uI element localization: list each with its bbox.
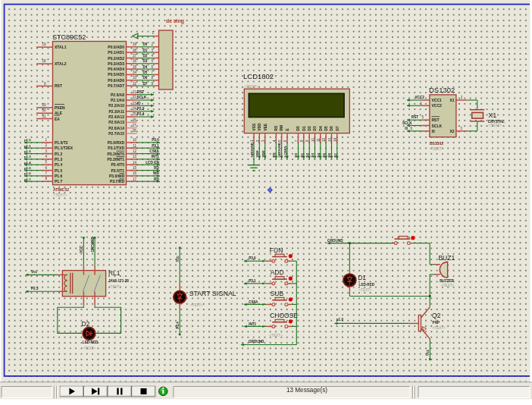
svg-text:5: 5 — [422, 115, 424, 119]
svg-text:D7: D7 — [333, 152, 337, 157]
svg-text:FUN: FUN — [270, 246, 283, 254]
svg-text:X1: X1 — [488, 111, 496, 119]
svg-text:D0: D0 — [143, 42, 148, 46]
svg-text:P3.1/TXD: P3.1/TXD — [108, 146, 124, 150]
svg-text:36: 36 — [133, 59, 137, 63]
svg-text:P3.7/RD: P3.7/RD — [110, 179, 124, 184]
svg-text:SCLK: SCLK — [432, 124, 443, 128]
svg-text:SUB: SUB — [271, 290, 284, 297]
svg-text:D4: D4 — [143, 65, 148, 69]
svg-text:6: 6 — [45, 166, 47, 170]
svg-text:VEE: VEE — [264, 123, 268, 130]
svg-text:26: 26 — [132, 118, 136, 122]
svg-text:<TEXT>: <TEXT> — [190, 303, 203, 307]
svg-text:<TEXT>: <TEXT> — [441, 284, 454, 287]
svg-text:p1.5: p1.5 — [24, 166, 31, 170]
svg-text:p1.4: p1.4 — [24, 161, 31, 165]
svg-text:PNP: PNP — [433, 321, 440, 325]
svg-text:I0: I0 — [405, 127, 408, 130]
svg-text:P0.3/AD3: P0.3/AD3 — [108, 61, 124, 66]
svg-text:P2.3/A11: P2.3/A11 — [108, 109, 124, 114]
svg-text:D2: D2 — [308, 126, 311, 130]
svg-text:38: 38 — [133, 49, 137, 52]
svg-text:P0.0/AD0: P0.0/AD0 — [108, 45, 124, 49]
svg-text:28: 28 — [132, 129, 136, 133]
svg-text:GROUND: GROUND — [249, 340, 264, 344]
svg-text:27: 27 — [132, 124, 136, 127]
svg-text:GROUND: GROUND — [250, 143, 254, 158]
svg-text:P3.1: P3.1 — [249, 279, 256, 283]
svg-text:P3.3/INT1: P3.3/INT1 — [107, 157, 124, 162]
svg-text:31: 31 — [42, 115, 46, 118]
svg-text:p1.0: p1.0 — [336, 318, 344, 322]
svg-text:2: 2 — [45, 143, 47, 147]
svg-text:<TEXT>: <TEXT> — [489, 124, 502, 127]
svg-text:P3.6/WR: P3.6/WR — [109, 174, 124, 178]
svg-text:9: 9 — [152, 82, 154, 86]
svg-text:LCDEN: LCDEN — [283, 146, 287, 157]
svg-text:Vcc: Vcc — [176, 256, 180, 262]
svg-text:RST: RST — [137, 90, 145, 94]
svg-text:13: 13 — [133, 155, 137, 159]
svg-text:4: 4 — [45, 155, 47, 159]
svg-text:P2.7/A15: P2.7/A15 — [108, 131, 124, 136]
svg-text:INT1: INT1 — [152, 155, 160, 159]
svg-text:<TEXT>: <TEXT> — [108, 285, 121, 289]
svg-text:P2.3: P2.3 — [31, 287, 39, 290]
svg-text:D4: D4 — [319, 126, 323, 130]
svg-text:D3: D3 — [313, 126, 317, 130]
svg-text:IO: IO — [137, 102, 141, 105]
svg-text:D1: D1 — [302, 126, 306, 130]
svg-text:P0.6/AD6: P0.6/AD6 — [108, 78, 124, 83]
svg-text:RS: RS — [272, 152, 276, 157]
svg-text:SCLK: SCLK — [402, 121, 412, 125]
svg-text:RST: RST — [412, 115, 418, 119]
svg-text:P3.1: P3.1 — [152, 144, 159, 148]
svg-text:P0.1/AD1: P0.1/AD1 — [108, 50, 124, 55]
svg-text:RL1: RL1 — [108, 269, 120, 277]
svg-text:3: 3 — [45, 149, 47, 153]
svg-text:4: 4 — [152, 54, 154, 58]
svg-text:LED-RED: LED-RED — [83, 341, 99, 344]
svg-text:D1: D1 — [143, 49, 148, 52]
svg-text:P1.3: P1.3 — [55, 157, 63, 162]
svg-text:DS1302: DS1302 — [430, 141, 443, 146]
svg-text:<TEXT>: <TEXT> — [83, 347, 95, 350]
svg-text:P1.4: P1.4 — [55, 162, 63, 167]
svg-text:<TEXT>: <TEXT> — [433, 326, 446, 330]
svg-text:D4: D4 — [317, 152, 321, 157]
svg-text:6: 6 — [411, 127, 413, 130]
svg-text:BUZ1: BUZ1 — [438, 254, 455, 262]
svg-text:P0.4/AD4: P0.4/AD4 — [108, 67, 124, 71]
svg-text:D2: D2 — [305, 152, 309, 157]
svg-text:P3.4/T0: P3.4/T0 — [111, 162, 124, 167]
svg-text:p1.3: p1.3 — [24, 155, 31, 159]
svg-text:Vcc: Vcc — [426, 349, 430, 356]
svg-text:RD: RD — [154, 166, 159, 170]
svg-text:15: 15 — [133, 166, 137, 170]
svg-text:P1.2: P1.2 — [55, 152, 63, 156]
svg-text:RD: RD — [154, 177, 159, 181]
svg-text:D6: D6 — [327, 152, 331, 157]
svg-text:VCC: VCC — [80, 245, 83, 253]
svg-text:14: 14 — [333, 137, 337, 142]
svg-text:P0.5/AD5: P0.5/AD5 — [108, 72, 124, 77]
svg-text:GROUND: GROUND — [327, 239, 343, 243]
svg-text:D5: D5 — [322, 152, 326, 157]
svg-text:1: 1 — [152, 31, 154, 35]
svg-text:13: 13 — [328, 137, 332, 142]
svg-text:1: 1 — [45, 138, 47, 142]
svg-text:7: 7 — [152, 71, 154, 74]
svg-text:p1.0: p1.0 — [24, 138, 31, 142]
svg-text:D6: D6 — [143, 76, 148, 80]
svg-text:WR: WR — [153, 171, 160, 175]
svg-text:2: 2 — [152, 42, 154, 46]
svg-text:VSS: VSS — [252, 123, 256, 130]
svg-text:12: 12 — [133, 149, 137, 153]
svg-text:<TEXT>: <TEXT> — [270, 334, 283, 338]
svg-text:D5: D5 — [324, 126, 328, 130]
svg-text:<TEXT>: <TEXT> — [245, 84, 259, 89]
svg-text:D0: D0 — [296, 126, 300, 130]
svg-text:STC89C52: STC89C52 — [52, 33, 86, 41]
svg-text:18: 18 — [42, 59, 46, 63]
